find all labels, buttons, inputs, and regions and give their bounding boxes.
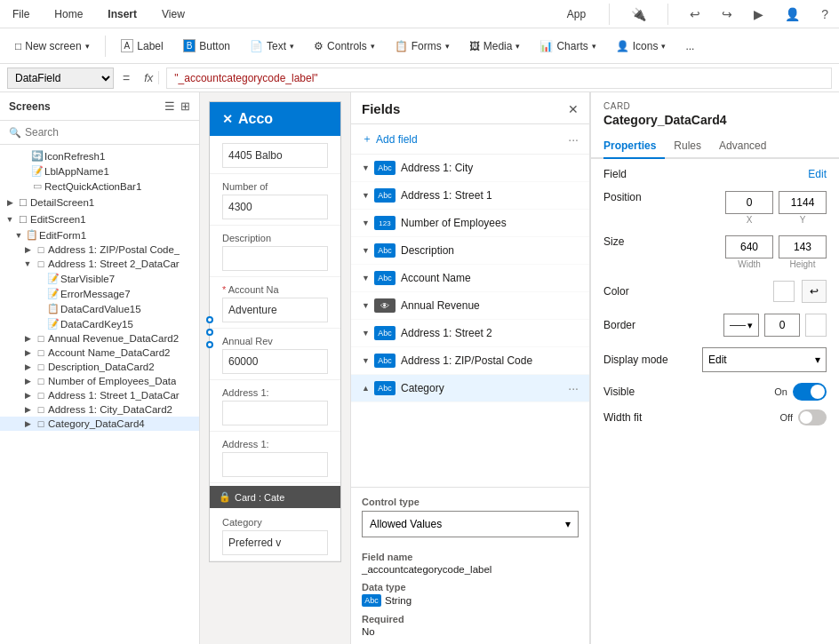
field-label-description: Description	[401, 244, 579, 257]
fields-panel-close[interactable]: ✕	[568, 102, 579, 116]
new-screen-arrow: ▾	[85, 42, 90, 51]
field-item-category[interactable]: ▲ Abc Category ···	[351, 375, 589, 402]
item-icon: 📝	[46, 318, 60, 330]
close-icon[interactable]: ✕	[222, 112, 233, 126]
field-more-icon[interactable]: ···	[568, 381, 579, 395]
item-icon: 📝	[46, 273, 60, 284]
panel-header: Fields ✕	[351, 92, 589, 124]
search-input[interactable]	[25, 126, 190, 139]
tree-item-category[interactable]: ▶ □ Category_DataCard4	[0, 417, 199, 431]
field-item-accountname[interactable]: ▼ Abc Account Name	[351, 265, 589, 292]
position-y-input[interactable]	[779, 191, 827, 214]
add-field-button[interactable]: ＋ Add field	[362, 131, 418, 147]
media-button[interactable]: 🖼 Media ▾	[461, 36, 529, 57]
field-item-street1[interactable]: ▼ Abc Address 1: Street 1	[351, 182, 589, 210]
border-width-input[interactable]	[764, 314, 800, 337]
tree-item-editform[interactable]: ▼ 📋 EditForm1	[0, 227, 199, 242]
tree-item-city[interactable]: ▶ □ Address 1: City_DataCard2	[0, 402, 199, 417]
new-screen-button[interactable]: □ New screen ▾	[7, 36, 98, 57]
position-x-input[interactable]	[725, 191, 773, 214]
forms-button[interactable]: 📋 Forms ▾	[387, 36, 458, 57]
size-height-input[interactable]	[779, 235, 827, 258]
help-icon[interactable]: ?	[818, 5, 832, 23]
text-button[interactable]: 📄 Text ▾	[242, 36, 302, 57]
category-field: Category Preferred v	[210, 510, 340, 561]
charts-button[interactable]: 📊 Charts ▾	[531, 36, 603, 57]
field-item-numemployees[interactable]: ▼ 123 Number of Employees	[351, 210, 589, 237]
field-item-zip[interactable]: ▼ Abc Address 1: ZIP/Postal Code	[351, 347, 589, 375]
tree-item-datacardkey[interactable]: 📝 DataCardKey15	[0, 316, 199, 331]
tree-item-street2[interactable]: ▼ □ Address 1: Street 2_DataCar	[0, 257, 199, 271]
tree-label: ErrorMessage7	[60, 289, 131, 299]
undo-icon[interactable]: ↩	[686, 5, 704, 23]
plugin-icon[interactable]: 🔌	[627, 5, 650, 23]
color-swatch[interactable]	[773, 281, 795, 302]
color-picker-button[interactable]: ↩	[802, 280, 827, 303]
size-width-input[interactable]	[725, 235, 773, 258]
menu-insert[interactable]: Insert	[102, 4, 142, 24]
icons-button[interactable]: 👤 Icons ▾	[608, 36, 675, 57]
border-prop-row: Border ▾	[603, 314, 827, 337]
tree-item-accountname[interactable]: ▶ □ Account Name_DataCard2	[0, 346, 199, 360]
grid-view-icon[interactable]: ⊞	[180, 99, 190, 113]
tree-item-zip[interactable]: ▶ □ Address 1: ZIP/Postal Code_	[0, 242, 199, 257]
tab-advanced[interactable]: Advanced	[719, 134, 775, 159]
tree-item-annualrev[interactable]: ▶ □ Annual Revenue_DataCard2	[0, 331, 199, 346]
field-item-street2[interactable]: ▼ Abc Address 1: Street 2	[351, 320, 589, 347]
overlay-text: Card : Cate	[235, 492, 284, 503]
user-icon[interactable]: 👤	[781, 5, 803, 23]
description-label: Description	[222, 233, 328, 243]
add-field-more[interactable]: ···	[568, 132, 579, 147]
tab-properties[interactable]: Properties	[603, 134, 665, 159]
fields-list: ▼ Abc Address 1: City ▼ Abc Address 1: S…	[351, 155, 589, 487]
display-mode-dropdown[interactable]: Edit ▾	[702, 347, 827, 372]
border-color-swatch[interactable]	[805, 314, 827, 337]
menu-file[interactable]: File	[7, 4, 35, 24]
tree-item-detailscreen[interactable]: ▶ □ DetailScreen1	[0, 194, 199, 211]
tree-item-datacardvalue[interactable]: 📋 DataCardValue15	[0, 301, 199, 316]
redo-icon[interactable]: ↪	[718, 5, 736, 23]
tree-item-starvisible[interactable]: 📝 StarVisible7	[0, 271, 199, 286]
category-label: Category	[222, 517, 328, 528]
menu-home[interactable]: Home	[49, 4, 88, 24]
tree-label: RectQuickActionBar1	[44, 181, 141, 192]
list-view-icon[interactable]: ☰	[164, 99, 175, 113]
dropdown-arrow: ▾	[565, 518, 571, 530]
field-expand-icon: ▼	[362, 219, 374, 227]
field-name-section: Field name _accountcategorycode_label	[351, 546, 589, 578]
toolbar: □ New screen ▾ A Label B Button 📄 Text ▾…	[0, 28, 839, 64]
card-title: Category_DataCard4	[591, 111, 839, 134]
field-item-description[interactable]: ▼ Abc Description	[351, 237, 589, 265]
tree-item-error[interactable]: 📝 ErrorMessage7	[0, 286, 199, 301]
field-edit-link[interactable]: Edit	[808, 168, 827, 180]
search-icon: 🔍	[9, 127, 21, 139]
more-button[interactable]: ...	[677, 36, 702, 57]
field-item-annualrev[interactable]: ▼ 👁 Annual Revenue	[351, 292, 589, 320]
controls-button[interactable]: ⚙ Controls ▾	[306, 36, 383, 57]
screens-title: Screens	[9, 100, 51, 113]
field-label-street1: Address 1: Street 1	[401, 189, 579, 202]
control-type-dropdown[interactable]: Allowed Values ▾	[362, 511, 579, 537]
field-item-city[interactable]: ▼ Abc Address 1: City	[351, 155, 589, 182]
button-button[interactable]: B Button	[175, 35, 238, 57]
tree-item-lblappname[interactable]: 📝 LblAppName1	[0, 163, 199, 179]
visible-toggle[interactable]	[793, 383, 827, 401]
visible-row: Visible On	[603, 383, 827, 401]
tree-item-editscreen[interactable]: ▼ □ EditScreen1	[0, 211, 199, 227]
border-style-button[interactable]: ▾	[723, 314, 759, 337]
tree-item-rectquick[interactable]: ▭ RectQuickActionBar1	[0, 179, 199, 194]
main-layout: Screens ☰ ⊞ 🔍 🔄 IconRefresh1 📝 LblAppNam…	[0, 92, 839, 644]
tree-item-street1[interactable]: ▶ □ Address 1: Street 1_DataCar	[0, 388, 199, 402]
menu-view[interactable]: View	[156, 4, 190, 24]
tree-item-iconrefresh[interactable]: 🔄 IconRefresh1	[0, 148, 199, 163]
play-icon[interactable]: ▶	[750, 5, 767, 23]
toggle-knob	[811, 385, 825, 399]
tree: 🔄 IconRefresh1 📝 LblAppName1 ▭ RectQuick…	[0, 145, 199, 644]
label-button[interactable]: A Label	[113, 35, 172, 57]
formula-input[interactable]	[166, 68, 832, 89]
tree-item-description[interactable]: ▶ □ Description_DataCard2	[0, 360, 199, 374]
formula-dropdown[interactable]: DataField	[7, 68, 114, 89]
tree-item-numemployees[interactable]: ▶ □ Number of Employees_Data	[0, 374, 199, 388]
tab-rules[interactable]: Rules	[674, 134, 710, 159]
width-fit-toggle[interactable]	[798, 409, 827, 425]
